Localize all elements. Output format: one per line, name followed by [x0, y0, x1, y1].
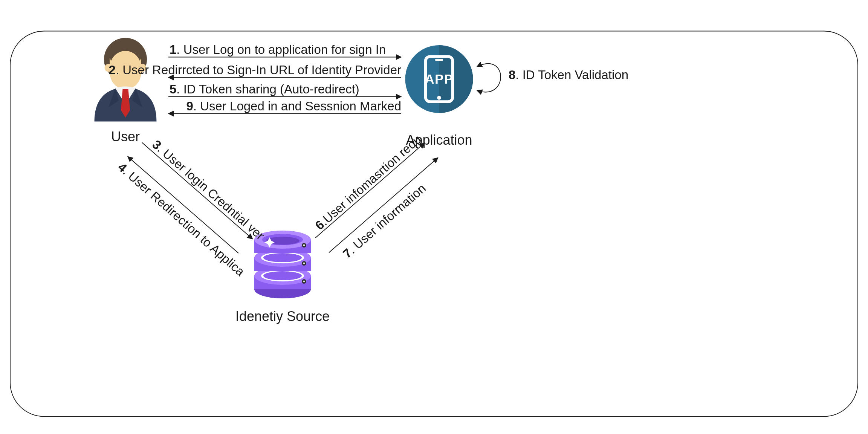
arrow-step-8	[477, 64, 501, 92]
database-icon	[254, 231, 311, 298]
svg-rect-9	[435, 59, 443, 61]
app-icon-text: APP	[425, 72, 453, 86]
user-label: User	[111, 129, 140, 144]
svg-point-17	[303, 281, 305, 283]
app-icon: APP	[405, 45, 473, 113]
label-step-5: 5. ID Token sharing (Auto-redirect)	[170, 82, 359, 96]
label-step-1: 1. User Log on to application for sign I…	[170, 43, 386, 57]
label-step-9: 9. User Loged in and Sessnion Marked	[186, 99, 401, 113]
svg-point-29	[303, 245, 305, 246]
application-node: APP	[405, 45, 473, 113]
auth-flow-diagram: User APP Application	[0, 0, 868, 434]
identity-source-node	[254, 231, 311, 298]
svg-point-21	[263, 253, 302, 262]
label-step-8: 8. ID Token Validation	[509, 68, 628, 82]
svg-point-23	[303, 263, 305, 264]
user-node	[95, 38, 157, 122]
arrow-step-6	[315, 143, 425, 238]
user-icon	[95, 38, 157, 122]
identity-source-label: Idenetiy Source	[235, 309, 330, 324]
svg-point-15	[263, 271, 302, 280]
svg-point-10	[437, 96, 441, 100]
label-step-2: 2. User Redirrcted to Sign-In URL of Ide…	[109, 63, 401, 77]
